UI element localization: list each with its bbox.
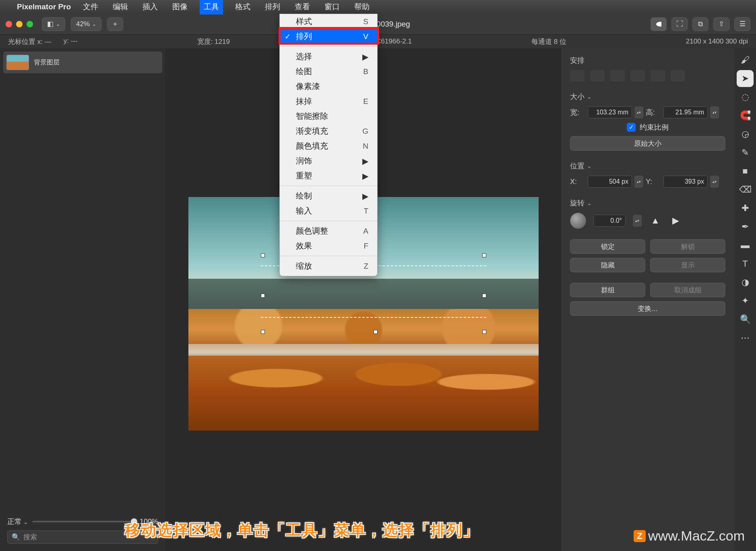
position-title[interactable]: 位置: [570, 161, 725, 171]
layer-row[interactable]: 背景图层: [3, 52, 162, 73]
minimize-window-icon[interactable]: [16, 21, 23, 27]
dropdown-item-绘制[interactable]: 绘制▶: [280, 188, 377, 203]
flip-vertical-icon[interactable]: ▶: [669, 215, 682, 226]
watermark-logo-icon: Z: [634, 530, 646, 542]
dropdown-item-绘图[interactable]: 绘图B: [280, 64, 377, 79]
dropdown-item-排列[interactable]: ✓排列V: [280, 29, 377, 44]
dropdown-item-像素漆[interactable]: 像素漆: [280, 79, 377, 94]
align-top-button[interactable]: [630, 70, 645, 81]
pen-tool-icon[interactable]: ✒: [737, 218, 754, 235]
handle-bot-mid[interactable]: [374, 330, 378, 334]
align-bottom-button[interactable]: [671, 70, 685, 81]
heal-tool-icon[interactable]: ✚: [737, 200, 754, 217]
menu-help[interactable]: 帮助: [352, 0, 372, 14]
dropdown-item-重塑[interactable]: 重塑▶: [280, 168, 377, 183]
align-center-button[interactable]: [590, 70, 605, 81]
constrain-checkbox[interactable]: ✓: [627, 123, 636, 132]
flip-horizontal-icon[interactable]: ▲: [649, 215, 662, 226]
handle-top-right[interactable]: [482, 253, 486, 257]
blend-mode-dropdown[interactable]: 正常: [7, 517, 28, 526]
dropdown-item-润饰[interactable]: 润饰▶: [280, 153, 377, 168]
crop-button[interactable]: ⛶: [671, 17, 688, 31]
x-stepper[interactable]: ▴▾: [634, 176, 643, 188]
angle-stepper[interactable]: ▴▾: [633, 215, 642, 227]
unlock-button[interactable]: 解锁: [650, 239, 725, 254]
original-size-button[interactable]: 原始大小: [570, 136, 725, 151]
show-button[interactable]: 显示: [650, 258, 725, 272]
settings-button[interactable]: ☰: [734, 17, 750, 31]
size-title[interactable]: 大小: [570, 92, 725, 102]
align-left-button[interactable]: [570, 70, 585, 81]
sidebar-toggle-button[interactable]: ◧ ⌄: [42, 17, 65, 31]
rotation-knob[interactable]: [570, 213, 586, 229]
rotate-title[interactable]: 旋转: [570, 198, 725, 208]
zoom-window-icon[interactable]: [27, 21, 33, 27]
width-stepper[interactable]: ▴▾: [634, 106, 643, 118]
constrain-label: 约束比例: [640, 122, 669, 132]
handle-mid-right[interactable]: [482, 294, 486, 298]
opacity-slider[interactable]: [32, 521, 136, 522]
quickselect-tool-icon[interactable]: ◶: [737, 126, 754, 143]
add-button[interactable]: +: [107, 17, 123, 31]
height-field[interactable]: 21.95 mm: [663, 106, 708, 118]
text-tool-icon[interactable]: T: [737, 255, 754, 272]
group-button[interactable]: 群组: [570, 283, 645, 297]
dropdown-item-选择[interactable]: 选择▶: [280, 49, 377, 64]
ungroup-button[interactable]: 取消成组: [650, 283, 725, 297]
dropdown-item-样式[interactable]: 样式S: [280, 14, 377, 29]
height-stepper[interactable]: ▴▾: [710, 106, 719, 118]
transform-button[interactable]: 变换…: [570, 301, 725, 316]
dropdown-item-效果[interactable]: 效果F: [280, 238, 377, 253]
search-icon: 🔍: [12, 533, 20, 541]
share-button[interactable]: ⇧: [713, 17, 729, 31]
dropdown-item-输入[interactable]: 输入T: [280, 203, 377, 218]
brush-tool-icon[interactable]: ✎: [737, 144, 754, 161]
dropdown-item-渐变填充[interactable]: 渐变填充G: [280, 124, 377, 139]
info-bar: 光标位置 x: --- y: --- 宽度: 1219 sRGB IEC6196…: [0, 35, 756, 48]
menu-image[interactable]: 图像: [170, 0, 190, 14]
zoom-tool-icon[interactable]: 🔍: [737, 311, 754, 328]
color-adjust-tool-icon[interactable]: ◑: [737, 274, 754, 291]
erase-tool-icon[interactable]: ⌫: [737, 181, 754, 198]
zoom-dropdown[interactable]: 42%⌄: [71, 17, 101, 31]
lock-button[interactable]: 锁定: [570, 239, 645, 254]
hide-button[interactable]: 隐藏: [570, 258, 645, 272]
handle-bot-right[interactable]: [482, 330, 486, 334]
dropdown-item-智能擦除[interactable]: 智能擦除: [280, 109, 377, 124]
menu-file[interactable]: 文件: [81, 0, 101, 14]
menu-window[interactable]: 窗口: [322, 0, 342, 14]
arrange-tool-icon[interactable]: ➤: [737, 70, 754, 87]
dropdown-item-缩放[interactable]: 缩放Z: [280, 259, 377, 273]
y-field[interactable]: 393 px: [663, 176, 708, 188]
fill-tool-icon[interactable]: ■: [737, 163, 754, 180]
effects-tool-icon[interactable]: ✦: [737, 292, 754, 309]
dropdown-item-颜色填充[interactable]: 颜色填充N: [280, 139, 377, 153]
menu-insert[interactable]: 插入: [140, 0, 160, 14]
menu-format[interactable]: 格式: [233, 0, 253, 14]
selection-tool-icon[interactable]: ◌: [737, 89, 754, 106]
dropdown-shortcut: T: [364, 207, 368, 215]
x-field[interactable]: 504 px: [588, 176, 632, 188]
dropdown-item-抹掉[interactable]: 抹掉E: [280, 94, 377, 109]
menu-tools[interactable]: 工具: [200, 0, 223, 14]
submenu-arrow-icon: ▶: [362, 191, 368, 201]
close-window-icon[interactable]: [6, 21, 12, 27]
width-field[interactable]: 103.23 mm: [588, 106, 632, 118]
handle-mid-left[interactable]: [261, 294, 265, 298]
shape-tool-icon[interactable]: ▬: [737, 237, 754, 254]
duplicate-button[interactable]: ⧉: [692, 17, 708, 31]
handle-top-left[interactable]: [261, 253, 265, 257]
align-middle-button[interactable]: [651, 70, 665, 81]
styles-tool-icon[interactable]: 🖌: [737, 52, 754, 68]
y-stepper[interactable]: ▴▾: [710, 176, 719, 188]
menu-edit[interactable]: 编辑: [110, 0, 130, 14]
color-picker-button[interactable]: [651, 17, 667, 31]
dropdown-item-颜色调整[interactable]: 颜色调整A: [280, 224, 377, 238]
menu-arrange[interactable]: 排列: [262, 0, 283, 14]
menu-view[interactable]: 查看: [292, 0, 312, 14]
magnetic-tool-icon[interactable]: 🧲: [737, 107, 754, 124]
more-tools-icon[interactable]: ⋯: [737, 329, 754, 346]
handle-bot-left[interactable]: [261, 330, 265, 334]
angle-field[interactable]: 0.0°: [593, 215, 626, 227]
align-right-button[interactable]: [610, 70, 625, 81]
